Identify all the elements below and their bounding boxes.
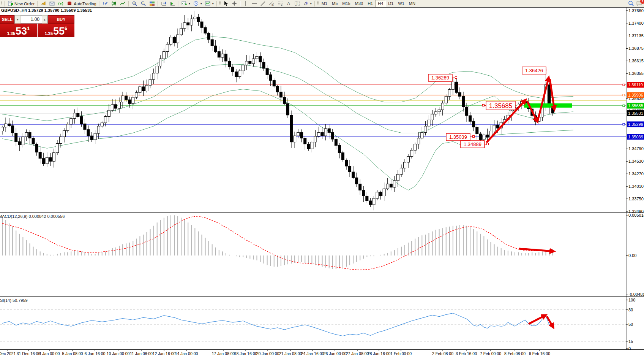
horizontal-line-tool-button[interactable] xyxy=(250,0,259,8)
svg-text:2 Feb 08:00: 2 Feb 08:00 xyxy=(432,351,453,356)
tab-timeframe-m5[interactable]: M5 xyxy=(330,0,340,7)
tab-timeframe-h1[interactable]: H1 xyxy=(365,0,375,7)
zoom-out-icon xyxy=(140,1,146,6)
cursor-tool-button[interactable] xyxy=(221,0,230,8)
new-order-button[interactable]: New Order xyxy=(6,0,36,8)
new-chart-button[interactable]: ▾ xyxy=(180,0,192,8)
chevron-down-icon: ▾ xyxy=(310,2,312,5)
candlestick-mode-button[interactable] xyxy=(110,0,118,8)
svg-text:27 Jan 08:00: 27 Jan 08:00 xyxy=(346,351,369,356)
tab-timeframe-m30[interactable]: M30 xyxy=(353,0,365,7)
indicators-icon xyxy=(205,1,211,6)
arrows-shapes-icon xyxy=(303,1,309,6)
tab-timeframe-h4[interactable]: H4 xyxy=(375,0,386,7)
svg-text:14 Jan 00:00: 14 Jan 00:00 xyxy=(175,351,198,356)
svg-text:1.34889: 1.34889 xyxy=(464,141,481,147)
volume-value[interactable]: 1.00 xyxy=(21,17,42,22)
horn-icon xyxy=(41,1,46,6)
volume-down-icon[interactable]: ▼ xyxy=(15,15,21,24)
svg-text:F: F xyxy=(281,4,283,6)
crosshair-tool-button[interactable] xyxy=(230,0,239,8)
svg-text:1.36269: 1.36269 xyxy=(431,75,449,81)
buy-button[interactable]: BUY xyxy=(48,15,74,24)
fibonacci-tool-button[interactable]: F xyxy=(276,0,285,8)
volume-up-icon[interactable]: ▲ xyxy=(42,15,47,24)
svg-text:1.34790: 1.34790 xyxy=(628,146,644,151)
svg-text:5 Jan 08:00: 5 Jan 08:00 xyxy=(62,351,83,356)
svg-text:17 Jan 08:00: 17 Jan 08:00 xyxy=(212,351,235,356)
svg-text:28 Jan 16:00: 28 Jan 16:00 xyxy=(368,351,391,356)
auto-scroll-button[interactable] xyxy=(168,0,177,8)
search-icon[interactable] xyxy=(628,0,634,7)
separator xyxy=(158,1,158,6)
signal-button[interactable] xyxy=(57,0,65,8)
svg-text:7 Feb 00:00: 7 Feb 00:00 xyxy=(480,351,501,356)
svg-text:80: 80 xyxy=(628,308,633,312)
macd-panel: 0.0050140.00-0.004812 xyxy=(2,213,644,297)
separator xyxy=(314,1,315,6)
tab-timeframe-d1[interactable]: D1 xyxy=(386,0,396,7)
toolbar-grip[interactable] xyxy=(219,1,221,6)
svg-text:4 Jan 00:00: 4 Jan 00:00 xyxy=(39,351,60,356)
toolbar-grip[interactable] xyxy=(317,1,319,6)
svg-text:15: 15 xyxy=(628,339,633,344)
line-chart-icon xyxy=(120,1,126,6)
svg-text:0.00: 0.00 xyxy=(628,253,636,258)
separator xyxy=(178,1,179,6)
svg-text:1.36615: 1.36615 xyxy=(628,59,644,63)
svg-text:9 Feb 16:00: 9 Feb 16:00 xyxy=(529,351,550,356)
drawn-arrow xyxy=(547,316,553,327)
svg-text:1 Feb 00:00: 1 Feb 00:00 xyxy=(390,351,412,356)
drawn-arrow xyxy=(519,249,554,251)
tile-windows-icon xyxy=(149,1,155,6)
svg-text:1.35039: 1.35039 xyxy=(628,135,643,139)
chart-shift-button[interactable] xyxy=(159,0,168,8)
svg-text:3 Feb 16:00: 3 Feb 16:00 xyxy=(456,351,477,356)
svg-text:0.005014: 0.005014 xyxy=(628,213,644,217)
text-tool-button[interactable]: A xyxy=(285,0,293,8)
autotrading-button[interactable]: AutoTrading xyxy=(65,0,98,8)
arrows-tool-button[interactable]: ▾ xyxy=(301,0,313,8)
tab-timeframe-m15[interactable]: M15 xyxy=(340,0,352,7)
candlestick-series xyxy=(1,11,554,210)
vertical-line-icon xyxy=(243,1,248,6)
svg-text:1.37135: 1.37135 xyxy=(628,33,644,38)
tab-timeframe-m1[interactable]: M1 xyxy=(319,0,330,7)
alerts-horn-button[interactable] xyxy=(39,0,48,8)
svg-text:8 Feb 08:00: 8 Feb 08:00 xyxy=(504,351,526,356)
ask-price-panel[interactable]: 1.35 55 6 xyxy=(38,24,74,37)
tile-windows-button[interactable] xyxy=(148,0,156,8)
svg-text:12 Jan 16:00: 12 Jan 16:00 xyxy=(153,351,176,356)
drawn-arrow xyxy=(529,315,546,324)
channel-tool-button[interactable]: E xyxy=(267,0,276,8)
svg-text:10 Jan 00:00: 10 Jan 00:00 xyxy=(107,351,130,356)
line-chart-mode-button[interactable] xyxy=(118,0,127,8)
bid-price-panel[interactable]: 1.35 53 1 xyxy=(0,24,37,37)
sell-button[interactable]: SELL xyxy=(0,15,14,24)
toolbar-grip[interactable] xyxy=(1,1,2,6)
notifications-button[interactable]: 1 xyxy=(636,1,642,7)
new-chart-icon xyxy=(182,1,187,6)
bar-chart-mode-button[interactable] xyxy=(101,0,110,8)
trendline-tool-button[interactable] xyxy=(259,0,267,8)
svg-text:1.34530: 1.34530 xyxy=(628,159,644,163)
tab-timeframe-mn[interactable]: MN xyxy=(407,0,418,7)
ask-price-big: 55 xyxy=(53,27,65,36)
chevron-down-icon: ▾ xyxy=(212,2,214,5)
zoom-in-button[interactable] xyxy=(130,0,139,8)
time-axis: Dec 202131 Dec 16:004 Jan 00:005 Jan 08:… xyxy=(0,350,550,356)
volume-stepper[interactable]: ▼ 1.00 ▲ xyxy=(14,15,48,24)
indicators-button[interactable]: ▾ xyxy=(204,0,215,8)
vertical-line-tool-button[interactable] xyxy=(242,0,250,8)
zoom-out-button[interactable] xyxy=(139,0,148,8)
svg-text:E: E xyxy=(272,4,274,6)
highlight-zone xyxy=(524,103,572,108)
svg-text:18 Jan 16:00: 18 Jan 16:00 xyxy=(234,351,257,356)
svg-text:20 Jan 00:00: 20 Jan 00:00 xyxy=(256,351,279,356)
period-button[interactable]: ▾ xyxy=(192,0,204,8)
text-label-tool-button[interactable]: T xyxy=(293,0,301,8)
chart-canvas[interactable]: 1.376601.374001.371351.368751.366151.363… xyxy=(0,0,644,357)
mail-button[interactable] xyxy=(48,0,57,8)
tab-timeframe-w1[interactable]: W1 xyxy=(396,0,407,7)
svg-text:50: 50 xyxy=(628,322,633,327)
